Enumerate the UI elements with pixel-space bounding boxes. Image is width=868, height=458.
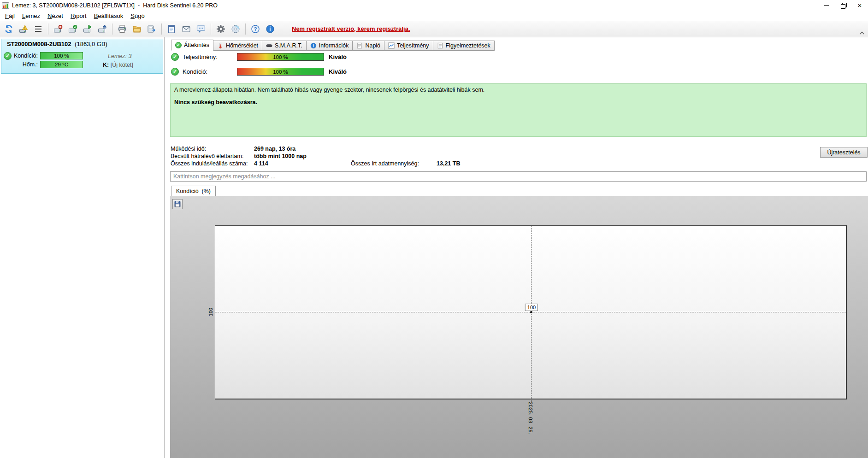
written-value: 13,21 TB	[437, 160, 460, 167]
help-icon: ?	[251, 24, 260, 34]
disk-eject-button[interactable]	[95, 23, 109, 35]
refresh-icon	[4, 24, 13, 34]
chart-y-tick: 100	[208, 303, 214, 321]
minimize-button[interactable]	[818, 0, 835, 11]
written-label: Összes írt adatmennyiség:	[351, 160, 437, 167]
disk-accept-button[interactable]	[66, 23, 80, 35]
export-icon	[147, 24, 156, 34]
retest-button[interactable]: Újratesztelés	[820, 147, 868, 158]
mail-button[interactable]	[179, 23, 193, 35]
disk-accept-icon	[68, 24, 77, 34]
title-bar: Lemez: 3, ST2000DM008-2UB102 [ZFL5WT1X] …	[0, 0, 868, 11]
tab-smart-label: S.M.A.R.T.	[275, 42, 302, 49]
disk-eject-icon	[98, 24, 107, 34]
menu-file[interactable]: Fájl	[1, 12, 18, 20]
print-button[interactable]	[115, 23, 129, 35]
disk-header: ST2000DM008-2UB102 (1863,0 GB)	[7, 41, 107, 47]
start-stop-row: Összes indulás/leállás száma: 4 114 Össz…	[171, 160, 460, 167]
report-icon	[167, 24, 176, 34]
disk-remove-icon	[53, 24, 63, 34]
tab-alerts-label: Figyelmeztetések	[446, 42, 490, 49]
tab-log[interactable]: Napló	[352, 41, 384, 51]
chart-save-button[interactable]	[172, 199, 183, 209]
condition-meter: 100 %	[237, 68, 324, 76]
tab-performance-label: Teljesítmény	[397, 42, 429, 49]
app-logo-icon	[2, 2, 9, 9]
collapse-button[interactable]	[858, 29, 866, 36]
export-button[interactable]	[145, 23, 159, 35]
menu-settings[interactable]: Beállítások	[90, 12, 127, 20]
open-folder-button[interactable]	[130, 23, 144, 35]
condition-ok-icon: ✓	[171, 68, 179, 76]
refresh-button[interactable]	[2, 23, 16, 35]
open-folder-icon	[132, 24, 142, 34]
start-stop-value: 4 114	[254, 160, 351, 167]
disk-statistics: Működési idő: 269 nap, 13 óra Becsült há…	[171, 145, 460, 167]
tab-temperature[interactable]: Hőmérséklet	[213, 41, 262, 51]
details-icon	[34, 24, 43, 34]
performance-label: Teljesítmény:	[183, 53, 218, 60]
condition-chart: 100 100 2025. 08. 29.	[170, 196, 868, 458]
settings-button[interactable]	[214, 23, 228, 35]
register-link[interactable]: Nem regisztrált verzió, kérem regisztrál…	[292, 25, 410, 32]
condition-label: Kondíció:	[183, 68, 207, 75]
menu-report[interactable]: Riport	[67, 12, 90, 20]
toolbar-separator	[245, 23, 246, 35]
tab-bar: ✓ Áttekintés Hőmérséklet S.M.A.R.T. Info…	[171, 40, 494, 51]
info-button[interactable]	[263, 23, 277, 35]
disk-remove-button[interactable]	[51, 23, 65, 35]
tab-temperature-label: Hőmérséklet	[226, 42, 258, 49]
disk-start-button[interactable]	[81, 23, 94, 35]
tab-log-label: Napló	[365, 42, 380, 49]
disk-start-icon	[83, 24, 92, 34]
chart-point-label: 100	[525, 304, 538, 311]
condition-row: ✓ Kondíció: 100 % Kiváló	[169, 67, 868, 76]
info-icon	[266, 24, 275, 34]
toolbar: ? Nem regisztrált verzió, kérem regisztr…	[0, 21, 868, 37]
power-on-value: 269 nap, 13 óra	[254, 146, 295, 152]
disk-volume: K: [Új kötet]	[103, 62, 133, 68]
disk-volume-letter: K:	[103, 62, 109, 68]
chart-tab-condition[interactable]: Kondíció (%)	[171, 186, 216, 196]
minimize-icon	[824, 5, 829, 6]
disk-list-panel: ST2000DM008-2UB102 (1863,0 GB) ✓ Kondíci…	[0, 37, 165, 458]
menu-view[interactable]: Nézet	[44, 12, 67, 20]
toolbar-separator	[112, 23, 112, 35]
alert-document-icon	[437, 42, 443, 49]
condition-rating: Kiváló	[329, 68, 347, 75]
disk-list-item[interactable]: ST2000DM008-2UB102 (1863,0 GB) ✓ Kondíci…	[1, 39, 163, 74]
disk-model: ST2000DM008-2UB102	[7, 41, 71, 47]
tab-smart[interactable]: S.M.A.R.T.	[262, 41, 307, 51]
cd-button[interactable]	[229, 23, 242, 35]
details-button[interactable]	[31, 23, 45, 35]
tab-information[interactable]: Információk	[306, 41, 353, 51]
report-button[interactable]	[165, 23, 178, 35]
menu-bar: Fájl Lemez Nézet Riport Beállítások Súgó	[0, 11, 868, 21]
menu-help[interactable]: Súgó	[127, 12, 148, 20]
chart-data-point	[530, 311, 532, 313]
window-controls: ×	[818, 0, 868, 11]
chevron-up-icon	[860, 31, 864, 35]
tab-alerts[interactable]: Figyelmeztetések	[433, 41, 495, 51]
disk-condition-bar: 100 %	[40, 52, 83, 59]
tab-overview[interactable]: ✓ Áttekintés	[171, 40, 213, 51]
mail-icon	[182, 24, 191, 34]
disk-temperature-label: Hőm.:	[1, 61, 40, 68]
disk-temperature-row: Hőm.: 29 °C	[1, 61, 83, 68]
help-button[interactable]: ?	[248, 23, 262, 35]
maximize-button[interactable]	[835, 0, 851, 11]
feedback-button[interactable]	[194, 23, 208, 35]
info-circle-icon	[310, 42, 317, 49]
disk-capacity: (1863,0 GB)	[75, 41, 107, 47]
tab-performance[interactable]: Teljesítmény	[384, 41, 433, 51]
toolbar-separator	[48, 23, 48, 35]
menu-disk[interactable]: Lemez	[18, 12, 44, 20]
tab-overview-label: Áttekintés	[184, 42, 209, 48]
health-status-action: Nincs szükség beavatkozásra.	[174, 99, 862, 106]
comment-input[interactable]	[170, 171, 867, 182]
drive-icon	[266, 42, 272, 49]
disk-warning-button[interactable]	[17, 23, 30, 35]
close-button[interactable]: ×	[851, 0, 868, 11]
health-status-message: A merevlemez állapota hibátlan. Nem talá…	[174, 87, 862, 93]
feedback-icon	[196, 24, 206, 34]
